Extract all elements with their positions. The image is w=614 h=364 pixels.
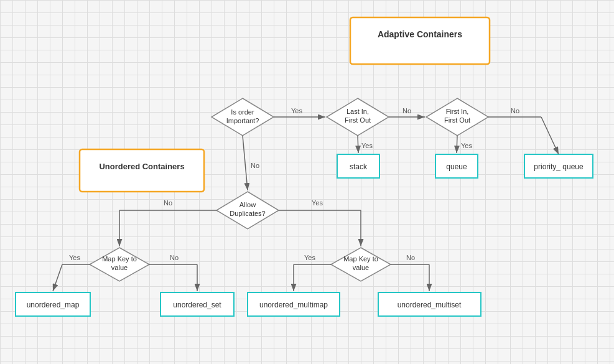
svg-text:No: No <box>406 254 415 261</box>
svg-text:Allow: Allow <box>240 201 256 208</box>
svg-text:Yes: Yes <box>304 254 315 261</box>
svg-text:Map Key to: Map Key to <box>102 255 137 263</box>
svg-text:Yes: Yes <box>69 254 80 261</box>
arrow-fifo-no-down <box>541 117 559 154</box>
svg-text:Important?: Important? <box>226 117 259 124</box>
arrow-lifo-yes-stack <box>358 136 358 153</box>
svg-text:No: No <box>402 107 411 114</box>
svg-text:value: value <box>111 264 128 271</box>
unordered-set-label: unordered_set <box>173 301 221 309</box>
arrow-mapkey-left-yes-down <box>53 264 62 291</box>
unordered-containers-label: Unordered Containers <box>99 162 184 171</box>
svg-rect-0 <box>350 17 490 64</box>
svg-text:No: No <box>251 162 259 169</box>
svg-text:No: No <box>170 254 179 261</box>
svg-text:First Out: First Out <box>345 116 371 124</box>
svg-text:Duplicates?: Duplicates? <box>230 210 265 217</box>
svg-text:Map Key to: Map Key to <box>343 255 378 263</box>
diagram-container: Adaptive Containers Unordered Containers… <box>0 0 614 364</box>
svg-text:First Out: First Out <box>444 116 470 124</box>
svg-text:Yes: Yes <box>312 199 323 207</box>
arrow-order-no-dupl <box>243 136 248 190</box>
svg-text:Last In,: Last In, <box>347 108 369 115</box>
queue-label: queue <box>446 162 467 171</box>
svg-text:Yes: Yes <box>461 142 472 149</box>
svg-text:Yes: Yes <box>361 142 373 149</box>
stack-label: stack <box>350 162 368 171</box>
svg-text:No: No <box>511 107 519 114</box>
arrow-fifo-yes-queue <box>457 136 457 153</box>
svg-text:First In,: First In, <box>446 108 469 115</box>
adaptive-containers-label: Adaptive Containers <box>378 29 462 39</box>
unordered-map-label: unordered_map <box>27 301 80 309</box>
svg-text:Is order: Is order <box>231 108 254 116</box>
svg-text:Yes: Yes <box>291 107 302 114</box>
unordered-multiset-label: unordered_multiset <box>398 301 462 309</box>
priority-queue-label: priority_ queue <box>534 162 584 171</box>
diagram-svg: Adaptive Containers Unordered Containers… <box>0 0 614 364</box>
svg-text:No: No <box>164 199 172 207</box>
svg-text:value: value <box>353 264 369 271</box>
unordered-multimap-label: unordered_multimap <box>259 301 328 309</box>
